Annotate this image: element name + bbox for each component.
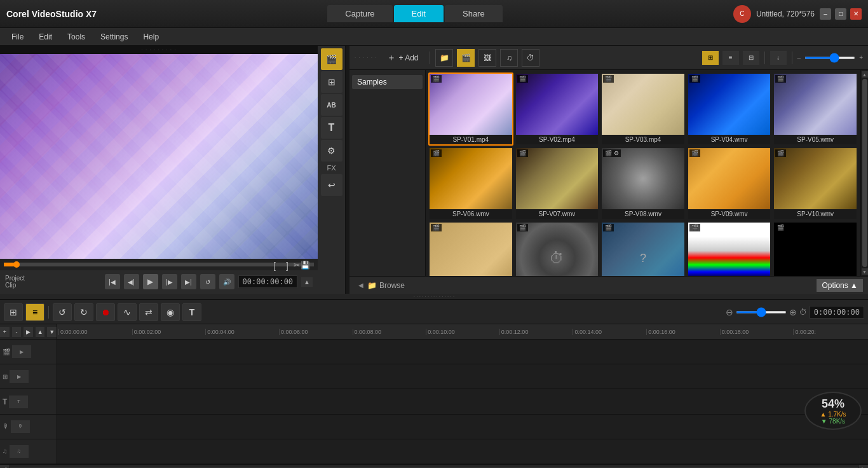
video-tool-button[interactable]: 🎬 — [321, 48, 342, 70]
media-item-v08[interactable]: 🎬 ⚙ SP-V08.wmv — [600, 147, 686, 220]
main-timeline-divider[interactable]: · · · · · · · · · · · · · · · — [0, 294, 868, 299]
tl-sep1 — [48, 306, 49, 319]
video-track-thumb: ▶ — [12, 345, 31, 358]
media-item-v10[interactable]: 🎬 SP-V10.wmv — [773, 147, 858, 220]
media-tab-transitions[interactable]: ⏱ — [522, 49, 539, 67]
media-item-v11[interactable]: 🎬 — [428, 221, 513, 276]
zoom-in-icon[interactable]: ⊕ — [789, 307, 797, 317]
menu-edit[interactable]: Edit — [32, 31, 58, 43]
zoom-controls: ⊖ ⊕ — [726, 307, 797, 317]
bracket-out[interactable]: ] — [286, 261, 288, 271]
media-item-v09[interactable]: 🎬 SP-V09.wmv — [687, 147, 772, 220]
tab-share[interactable]: Share — [445, 5, 503, 22]
net-upload-speed: ▲ 1.7K/s — [820, 411, 846, 418]
play-button[interactable]: ▶ — [143, 274, 158, 289]
tick-10: 0:00:20: — [793, 329, 867, 335]
hscroll-right-button[interactable]: ▶ — [859, 465, 868, 469]
effects-tool-button[interactable]: ⚙ — [321, 140, 342, 162]
collapse-panel-button[interactable]: ◀ — [355, 279, 367, 292]
thumb-v03-label: SP-V03.mp4 — [602, 135, 684, 144]
media-item-v06[interactable]: 🎬 SP-V06.wmv — [428, 147, 513, 220]
media-panel-drag-handle[interactable]: · · · · · · — [355, 53, 377, 62]
thumb-v07-label: SP-V07.wmv — [516, 209, 599, 219]
media-item-v15[interactable]: 🎬 — [773, 221, 858, 276]
swap-clips-button[interactable]: ⇄ — [139, 303, 158, 321]
media-tab-folder[interactable]: 📁 — [435, 49, 453, 67]
media-item-v03[interactable]: 🎬 SP-V03.mp4 — [600, 72, 686, 146]
media-item-v02[interactable]: 🎬 SP-V02.mp4 — [515, 72, 600, 146]
hscroll-left-button[interactable]: ◀ — [0, 465, 9, 469]
horizontal-scrollbar[interactable]: ◀ ▶ — [0, 464, 868, 468]
minimize-button[interactable]: – — [820, 8, 831, 20]
menu-file[interactable]: File — [5, 31, 30, 43]
track-expand-button[interactable]: + — [0, 327, 10, 337]
menu-help[interactable]: Help — [137, 31, 165, 43]
media-item-v13[interactable]: 🎬 ? — [600, 221, 686, 276]
timeline-view-button[interactable]: ≡ — [25, 303, 44, 321]
track-scroll-down[interactable]: ▼ — [47, 327, 57, 337]
menu-settings[interactable]: Settings — [94, 31, 134, 43]
record-button[interactable]: ⏺ — [96, 303, 115, 321]
undo-button[interactable]: ↺ — [53, 303, 72, 321]
overlay-tool-button[interactable]: ⊞ — [321, 71, 342, 93]
tab-capture[interactable]: Capture — [327, 5, 392, 22]
options-button[interactable]: Options ▲ — [817, 279, 863, 292]
volume-button[interactable]: 🔊 — [219, 274, 234, 289]
scrubber-bar[interactable]: [ ] ✂ 💾 — [4, 263, 314, 266]
timeline-zoom-slider[interactable] — [736, 311, 787, 313]
maximize-button[interactable]: □ — [835, 8, 846, 20]
title-tool-button[interactable]: T — [321, 117, 342, 139]
menu-tools[interactable]: Tools — [61, 31, 92, 43]
media-item-v07[interactable]: 🎬 SP-V07.wmv — [515, 147, 600, 220]
timecode-up-button[interactable]: ▲ — [301, 277, 313, 287]
media-item-v05[interactable]: 🎬 SP-V05.wmv — [773, 72, 858, 146]
bracket-in[interactable]: [ — [273, 261, 276, 271]
sort-button[interactable]: ↓ — [770, 51, 787, 65]
audio-button[interactable]: ∿ — [118, 303, 137, 321]
zoom-slider[interactable] — [804, 57, 855, 59]
storyboard-view-button[interactable]: ⊞ — [4, 303, 23, 321]
media-scrollbar[interactable]: ▲ ▼ — [860, 70, 868, 276]
text-tool-button[interactable]: AB — [321, 94, 342, 116]
close-button[interactable]: ✕ — [850, 8, 862, 20]
view-grid-button[interactable]: ⊟ — [743, 51, 759, 65]
skip-end-button[interactable]: ▶| — [181, 274, 196, 289]
view-list-button[interactable]: ≡ — [722, 51, 739, 65]
view-large-button[interactable]: ⊞ — [702, 51, 719, 65]
scroll-up-button[interactable]: ▲ — [862, 71, 868, 78]
redo-button[interactable]: ↻ — [74, 303, 93, 321]
thumb-v02-label: SP-V02.mp4 — [516, 135, 599, 144]
media-item-v14[interactable]: 🎬 — [687, 221, 772, 276]
track-fit-button[interactable]: ▶ — [24, 327, 33, 337]
add-media-button[interactable]: ＋ + Add — [381, 50, 424, 66]
media-tab-audio[interactable]: ♫ — [500, 49, 518, 67]
next-frame-button[interactable]: |▶ — [162, 274, 177, 289]
up-arrow-icon: ▲ — [820, 411, 826, 418]
trim-icon[interactable]: ✂ — [294, 261, 300, 270]
save-trim-icon[interactable]: 💾 — [301, 261, 310, 270]
morph-button[interactable]: ◉ — [161, 303, 180, 321]
media-item-v04[interactable]: 🎬 SP-V04.wmv — [687, 72, 772, 146]
title-button[interactable]: T — [182, 303, 201, 321]
media-item-v12[interactable]: 🎬 ⏱ — [515, 221, 600, 276]
skip-start-button[interactable]: |◀ — [105, 274, 120, 289]
prev-frame-button[interactable]: ◀| — [124, 274, 139, 289]
tab-edit[interactable]: Edit — [394, 5, 444, 22]
track-collapse-button[interactable]: - — [12, 327, 22, 337]
tick-5: 0:00:10:00 — [426, 329, 499, 335]
media-tab-photo[interactable]: 🖼 — [478, 49, 496, 67]
main-area: · · · · · · · · · [ ] ✂ 💾 — [0, 46, 868, 294]
media-item-v01[interactable]: 🎬 SP-V01.mp4 — [428, 72, 513, 146]
track-tool-button[interactable]: ↩ — [321, 174, 342, 196]
loop-button[interactable]: ↺ — [200, 274, 215, 289]
scrubber-area[interactable]: [ ] ✂ 💾 — [0, 259, 318, 270]
browse-button[interactable]: 📁 Browse — [367, 281, 405, 290]
zoom-out-icon[interactable]: ⊖ — [726, 307, 733, 317]
track-scroll-up[interactable]: ▲ — [36, 327, 45, 337]
panel-drag-handle[interactable]: · · · · · · · · · — [0, 46, 318, 54]
media-tab-video[interactable]: 🎬 — [457, 49, 475, 67]
scrubber-thumb[interactable] — [13, 261, 20, 268]
scroll-down-button[interactable]: ▼ — [862, 268, 868, 275]
folder-samples[interactable]: Samples — [352, 75, 423, 89]
scroll-thumb[interactable] — [862, 79, 867, 267]
